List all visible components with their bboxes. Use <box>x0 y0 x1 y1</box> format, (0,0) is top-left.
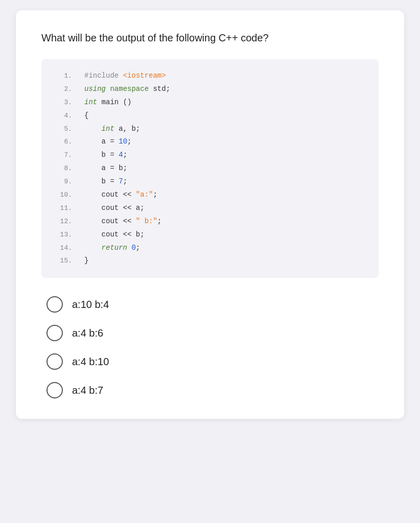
line-content: return 0; <box>84 242 140 255</box>
code-block: 1.#include <iostream>2.using namespace s… <box>41 59 379 278</box>
line-content: int main () <box>84 96 131 109</box>
option-item-2[interactable]: a:4 b:6 <box>46 325 379 341</box>
line-content: cout << "a:"; <box>84 188 157 202</box>
option-label-2: a:4 b:6 <box>72 327 103 339</box>
option-item-4[interactable]: a:4 b:7 <box>46 382 379 398</box>
option-label-4: a:4 b:7 <box>72 385 103 396</box>
line-content: { <box>84 109 88 123</box>
line-number: 2. <box>54 83 72 96</box>
line-number: 15. <box>54 255 72 267</box>
code-line: 4.{ <box>54 109 366 123</box>
code-line: 2.using namespace std; <box>54 83 366 96</box>
radio-button-3[interactable] <box>46 353 63 370</box>
options-container: a:10 b:4a:4 b:6a:4 b:10a:4 b:7 <box>41 296 379 398</box>
code-line: 9. b = 7; <box>54 175 366 188</box>
line-content: cout << a; <box>84 202 145 215</box>
code-line: 14. return 0; <box>54 242 366 255</box>
line-number: 8. <box>54 162 72 175</box>
line-content: #include <iostream> <box>84 69 166 83</box>
code-line: 7. b = 4; <box>54 149 366 162</box>
line-number: 4. <box>54 110 72 122</box>
line-number: 13. <box>54 229 72 241</box>
question-card: What will be the output of the following… <box>16 10 404 419</box>
line-content: int a, b; <box>84 123 140 136</box>
line-number: 1. <box>54 70 72 82</box>
code-line: 15.} <box>54 254 366 268</box>
line-number: 7. <box>54 149 72 161</box>
line-content: cout << " b:"; <box>84 215 161 228</box>
radio-button-4[interactable] <box>46 382 63 398</box>
option-item-3[interactable]: a:4 b:10 <box>46 353 379 370</box>
line-number: 14. <box>54 242 72 254</box>
line-content: cout << b; <box>84 228 145 242</box>
code-line: 6. a = 10; <box>54 135 366 149</box>
code-line: 13. cout << b; <box>54 228 366 242</box>
line-number: 6. <box>54 136 72 148</box>
code-line: 3.int main () <box>54 96 366 109</box>
line-content: a = b; <box>84 162 127 175</box>
code-line: 12. cout << " b:"; <box>54 215 366 228</box>
line-content: b = 4; <box>84 149 127 162</box>
radio-button-2[interactable] <box>46 325 63 341</box>
line-number: 9. <box>54 176 72 188</box>
line-number: 12. <box>54 216 72 228</box>
code-line: 5. int a, b; <box>54 123 366 136</box>
radio-button-1[interactable] <box>46 296 63 313</box>
code-line: 11. cout << a; <box>54 202 366 215</box>
line-number: 11. <box>54 202 72 215</box>
line-content: } <box>84 254 88 268</box>
line-content: using namespace std; <box>84 83 170 96</box>
line-number: 5. <box>54 123 72 135</box>
line-content: b = 7; <box>84 175 127 188</box>
question-title: What will be the output of the following… <box>41 31 379 45</box>
line-number: 10. <box>54 189 72 201</box>
option-label-1: a:10 b:4 <box>72 299 109 311</box>
line-number: 3. <box>54 97 72 109</box>
option-label-3: a:4 b:10 <box>72 356 109 368</box>
code-line: 8. a = b; <box>54 162 366 175</box>
code-line: 1.#include <iostream> <box>54 69 366 83</box>
option-item-1[interactable]: a:10 b:4 <box>46 296 379 313</box>
line-content: a = 10; <box>84 135 131 149</box>
code-line: 10. cout << "a:"; <box>54 188 366 202</box>
